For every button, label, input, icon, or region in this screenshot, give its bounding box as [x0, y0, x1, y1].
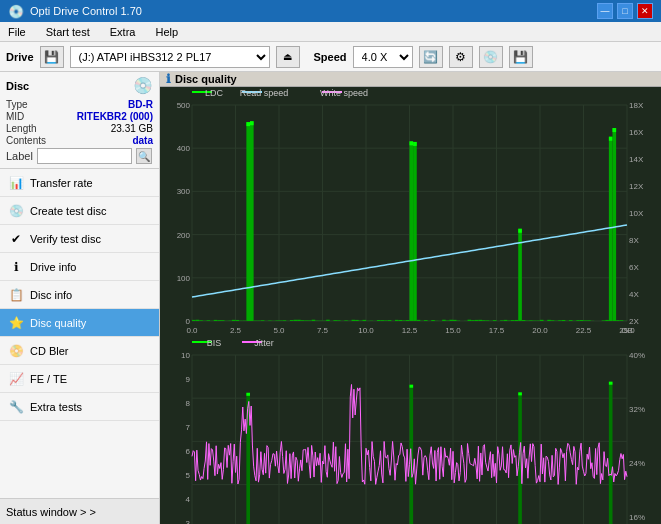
- sidebar: Disc 💿 Type BD-R MID RITEKBR2 (000) Leng…: [0, 72, 160, 524]
- sidebar-item-drive-info[interactable]: ℹ Drive info: [0, 253, 159, 281]
- app-icon: 💿: [8, 4, 24, 19]
- save-icon[interactable]: 💾: [509, 46, 533, 68]
- minimize-button[interactable]: —: [597, 3, 613, 19]
- disc-label-input[interactable]: [37, 148, 132, 164]
- disc-icon2[interactable]: 💿: [479, 46, 503, 68]
- sidebar-item-fe-te[interactable]: 📈 FE / TE: [0, 365, 159, 393]
- upper-chart: [160, 87, 661, 337]
- menu-file[interactable]: File: [4, 24, 30, 40]
- disc-quality-header: ℹ Disc quality: [160, 72, 661, 87]
- disc-panel: Disc 💿 Type BD-R MID RITEKBR2 (000) Leng…: [0, 72, 159, 169]
- drive-label: Drive: [6, 51, 34, 63]
- disc-info-label: Disc info: [30, 289, 72, 301]
- speed-select[interactable]: 4.0 X: [353, 46, 413, 68]
- main-area: Disc 💿 Type BD-R MID RITEKBR2 (000) Leng…: [0, 72, 661, 524]
- lower-chart: [160, 337, 661, 524]
- fe-te-label: FE / TE: [30, 373, 67, 385]
- refresh-icon[interactable]: 🔄: [419, 46, 443, 68]
- fe-te-icon: 📈: [8, 372, 24, 386]
- drive-toolbar: Drive 💾 (J:) ATAPI iHBS312 2 PL17 ⏏ Spee…: [0, 42, 661, 72]
- disc-quality-label: Disc quality: [30, 317, 86, 329]
- disc-label-button[interactable]: 🔍: [136, 148, 152, 164]
- transfer-rate-label: Transfer rate: [30, 177, 93, 189]
- transfer-rate-icon: 📊: [8, 176, 24, 190]
- eject-button[interactable]: ⏏: [276, 46, 300, 68]
- disc-type-value: BD-R: [128, 99, 153, 110]
- disc-type-label: Type: [6, 99, 28, 110]
- sidebar-item-cd-bler[interactable]: 📀 CD Bler: [0, 337, 159, 365]
- disc-quality-icon: ⭐: [8, 316, 24, 330]
- menu-help[interactable]: Help: [151, 24, 182, 40]
- title-bar: 💿 Opti Drive Control 1.70 — □ ✕: [0, 0, 661, 22]
- disc-contents-value: data: [132, 135, 153, 146]
- disc-length-value: 23.31 GB: [111, 123, 153, 134]
- create-test-disc-label: Create test disc: [30, 205, 106, 217]
- cd-bler-icon: 📀: [8, 344, 24, 358]
- drive-select[interactable]: (J:) ATAPI iHBS312 2 PL17: [70, 46, 270, 68]
- extra-tests-icon: 🔧: [8, 400, 24, 414]
- verify-test-disc-label: Verify test disc: [30, 233, 101, 245]
- dq-title: Disc quality: [175, 73, 237, 85]
- window-title: Opti Drive Control 1.70: [30, 5, 142, 17]
- sidebar-item-extra-tests[interactable]: 🔧 Extra tests: [0, 393, 159, 421]
- menu-extra[interactable]: Extra: [106, 24, 140, 40]
- menu-bar: File Start test Extra Help: [0, 22, 661, 42]
- menu-start-test[interactable]: Start test: [42, 24, 94, 40]
- right-panel: ℹ Disc quality LDC BIS: [160, 72, 661, 524]
- extra-tests-label: Extra tests: [30, 401, 82, 413]
- sidebar-item-create-test-disc[interactable]: 💿 Create test disc: [0, 197, 159, 225]
- disc-mid-label: MID: [6, 111, 24, 122]
- sidebar-item-disc-quality[interactable]: ⭐ Disc quality: [0, 309, 159, 337]
- close-button[interactable]: ✕: [637, 3, 653, 19]
- window-controls: — □ ✕: [597, 3, 653, 19]
- disc-image-icon: 💿: [133, 76, 153, 95]
- status-window-button[interactable]: Status window > >: [0, 498, 159, 524]
- drive-info-icon: ℹ: [8, 260, 24, 274]
- disc-contents-label: Contents: [6, 135, 46, 146]
- dq-header-icon: ℹ: [166, 72, 171, 86]
- settings-icon[interactable]: ⚙: [449, 46, 473, 68]
- speed-label: Speed: [314, 51, 347, 63]
- sidebar-item-transfer-rate[interactable]: 📊 Transfer rate: [0, 169, 159, 197]
- drive-info-label: Drive info: [30, 261, 76, 273]
- disc-label-label: Label: [6, 150, 33, 162]
- verify-test-disc-icon: ✔: [8, 232, 24, 246]
- disc-section-title: Disc: [6, 80, 29, 92]
- disc-info-icon: 📋: [8, 288, 24, 302]
- maximize-button[interactable]: □: [617, 3, 633, 19]
- disc-length-label: Length: [6, 123, 37, 134]
- sidebar-item-verify-test-disc[interactable]: ✔ Verify test disc: [0, 225, 159, 253]
- create-test-disc-icon: 💿: [8, 204, 24, 218]
- sidebar-item-disc-info[interactable]: 📋 Disc info: [0, 281, 159, 309]
- drive-icon: 💾: [40, 46, 64, 68]
- charts-area: [160, 87, 661, 524]
- status-window-label: Status window > >: [6, 506, 96, 518]
- disc-mid-value: RITEKBR2 (000): [77, 111, 153, 122]
- cd-bler-label: CD Bler: [30, 345, 69, 357]
